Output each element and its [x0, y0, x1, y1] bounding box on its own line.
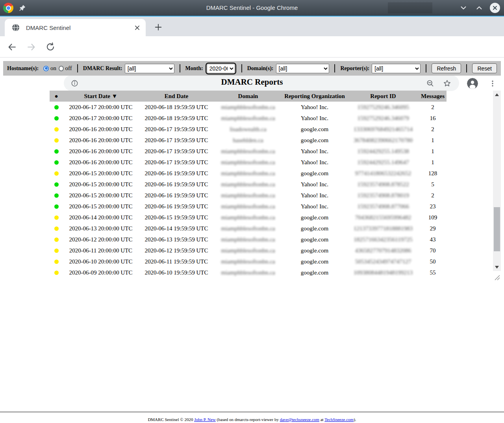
table-row[interactable]: 2020-06-13 20:00:00 UTC 2020-06-14 19:59… — [50, 223, 447, 234]
dmarc-result-select[interactable]: [all] — [125, 64, 174, 73]
reporting-org-column-header[interactable]: Reporting Organization — [282, 91, 347, 102]
domain-cell: miamphblesoftonbn.ca — [214, 146, 282, 157]
report-id-cell: 9774141806532242652 — [347, 168, 419, 179]
status-column-header[interactable]: ● — [50, 91, 63, 102]
new-tab-icon[interactable] — [153, 22, 164, 33]
table-row[interactable]: 2020-06-17 20:00:00 UTC 2020-06-18 19:59… — [50, 102, 447, 113]
status-dot — [54, 116, 59, 121]
start-date-cell: 2020-06-14 20:00:00 UTC — [63, 212, 139, 223]
author-link[interactable]: John P. New — [194, 417, 216, 422]
scrollbar-thumb[interactable] — [494, 207, 500, 251]
end-date-column-header[interactable]: End Date — [139, 91, 214, 102]
status-dot — [54, 215, 59, 220]
domain-cell: miamphblesoftonbn.ca — [214, 201, 282, 212]
reporters-select[interactable]: [all] — [372, 64, 421, 73]
status-dot — [54, 149, 59, 154]
table-row[interactable]: 2020-06-16 20:00:00 UTC 2020-06-17 19:59… — [50, 146, 447, 157]
table-row[interactable]: 2020-06-15 20:00:00 UTC 2020-06-16 19:59… — [50, 168, 447, 179]
domain-column-header[interactable]: Domain — [214, 91, 282, 102]
end-date-cell: 2020-06-12 19:59:59 UTC — [139, 245, 214, 256]
resize-grip-icon[interactable] — [493, 271, 501, 282]
status-dot — [54, 271, 59, 275]
reporting-org-cell: google.com — [282, 124, 347, 135]
report-id-cell: 5053452434974747127 — [347, 256, 419, 267]
table-row[interactable]: 2020-06-15 20:00:00 UTC 2020-06-16 19:59… — [50, 201, 447, 212]
domains-select[interactable]: [all] — [276, 64, 330, 73]
footer-middle2: at — [319, 417, 324, 422]
maximize-icon[interactable] — [474, 3, 484, 13]
back-icon[interactable] — [7, 42, 17, 52]
table-row[interactable]: 2020-06-10 20:00:00 UTC 2020-06-11 19:59… — [50, 256, 447, 267]
start-date-cell: 2020-06-16 20:00:00 UTC — [63, 146, 139, 157]
messages-cell: 50 — [419, 256, 447, 267]
status-dot — [54, 193, 59, 198]
table-row[interactable]: 2020-06-16 20:00:00 UTC 2020-06-17 19:59… — [50, 157, 447, 168]
start-date-cell: 2020-06-16 20:00:00 UTC — [63, 124, 139, 135]
reset-button[interactable]: Reset — [472, 63, 497, 73]
reporting-org-cell: google.com — [282, 212, 347, 223]
messages-column-header[interactable]: Messages — [419, 91, 447, 102]
domain-cell: miamphblesoftonbn.ca — [214, 223, 282, 234]
report-id-cell: 10938084481948199213 — [347, 267, 419, 278]
month-select[interactable]: 2020-06 — [207, 64, 235, 73]
tab-dmarc-sentinel[interactable]: DMARC Sentinel — [5, 19, 146, 36]
start-date-cell: 2020-06-15 20:00:00 UTC — [63, 190, 139, 201]
email-link[interactable]: dave@techsneeze.com — [280, 417, 319, 422]
reload-icon[interactable] — [46, 42, 55, 52]
table-row[interactable]: 2020-06-16 20:00:00 UTC 2020-06-17 19:59… — [50, 135, 447, 146]
scroll-up-icon[interactable] — [493, 91, 501, 98]
start-date-cell: 2020-06-15 20:00:00 UTC — [63, 168, 139, 179]
minimize-icon[interactable] — [458, 3, 469, 13]
report-id-cell: 12137339771818881983 — [347, 223, 419, 234]
scroll-down-icon[interactable] — [493, 264, 501, 270]
site-link[interactable]: TechSneeze.com — [324, 417, 354, 422]
dmarc-reports-table: ● Start Date ▼ End Date Domain Reporting… — [50, 91, 447, 278]
domain-cell: miamphblesoftonbn.ca — [214, 234, 282, 245]
footer-prefix: DMARC Sentinel © 2020 — [148, 417, 194, 422]
end-date-cell: 2020-06-15 19:59:59 UTC — [139, 212, 214, 223]
table-row[interactable]: 2020-06-11 20:00:00 UTC 2020-06-12 19:59… — [50, 245, 447, 256]
reporting-org-cell: Yahoo! Inc. — [282, 201, 347, 212]
report-id-column-header[interactable]: Report ID — [347, 91, 419, 102]
end-date-cell: 2020-06-16 19:59:59 UTC — [139, 179, 214, 190]
status-dot — [54, 249, 59, 253]
table-row[interactable]: 2020-06-15 20:00:00 UTC 2020-06-16 19:59… — [50, 179, 447, 190]
start-date-column-header[interactable]: Start Date ▼ — [63, 91, 139, 102]
end-date-cell: 2020-06-11 19:59:59 UTC — [139, 256, 214, 267]
status-dot — [54, 160, 59, 165]
messages-cell: 5 — [419, 179, 447, 190]
hostname-off-radio[interactable] — [59, 66, 63, 71]
report-id-cell: 36784082390662170780 — [347, 135, 419, 146]
end-date-cell: 2020-06-18 19:59:59 UTC — [139, 102, 214, 113]
status-dot — [54, 171, 59, 176]
messages-cell: 128 — [419, 168, 447, 179]
report-id-cell: 15924429255.149538 — [347, 146, 419, 157]
refresh-button[interactable]: Refresh — [432, 63, 461, 73]
close-icon[interactable] — [490, 3, 500, 13]
domain-cell: miamphblesoftonbn.ca — [214, 267, 282, 278]
messages-cell: 55 — [419, 267, 447, 278]
report-id-cell: 13330697684921465714 — [347, 124, 419, 135]
reporting-org-cell: google.com — [282, 135, 347, 146]
table-row[interactable]: 2020-06-14 20:00:00 UTC 2020-06-15 19:59… — [50, 212, 447, 223]
domain-cell: miamphblesoftonbn.ca — [214, 256, 282, 267]
reporting-org-cell: Yahoo! Inc. — [282, 157, 347, 168]
month-focus-ring: 2020-06 — [206, 63, 236, 74]
hostname-on-radio[interactable] — [43, 66, 49, 71]
table-row[interactable]: 2020-06-16 20:00:00 UTC 2020-06-17 19:59… — [50, 124, 447, 135]
hostname-on-label: on — [50, 65, 56, 72]
status-dot — [54, 260, 59, 264]
start-date-cell: 2020-06-09 20:00:00 UTC — [63, 267, 139, 278]
domain-cell: miamphblesoftonbn.ca — [214, 102, 282, 113]
table-row[interactable]: 2020-06-12 20:00:00 UTC 2020-06-13 19:59… — [50, 234, 447, 245]
table-scrollbar[interactable] — [493, 91, 501, 271]
domains-label: Domain(s): — [247, 65, 274, 72]
domain-cell: miamphblesoftonbn.ca — [214, 113, 282, 124]
status-dot — [54, 182, 59, 187]
tab-close-icon[interactable] — [133, 24, 141, 32]
report-id-cell: 15927529246.346095 — [347, 102, 419, 113]
forward-icon[interactable] — [26, 42, 36, 52]
table-row[interactable]: 2020-06-09 20:00:00 UTC 2020-06-10 19:59… — [50, 267, 447, 278]
table-row[interactable]: 2020-06-15 20:00:00 UTC 2020-06-16 19:59… — [50, 190, 447, 201]
table-row[interactable]: 2020-06-17 20:00:00 UTC 2020-06-18 19:59… — [50, 113, 447, 124]
